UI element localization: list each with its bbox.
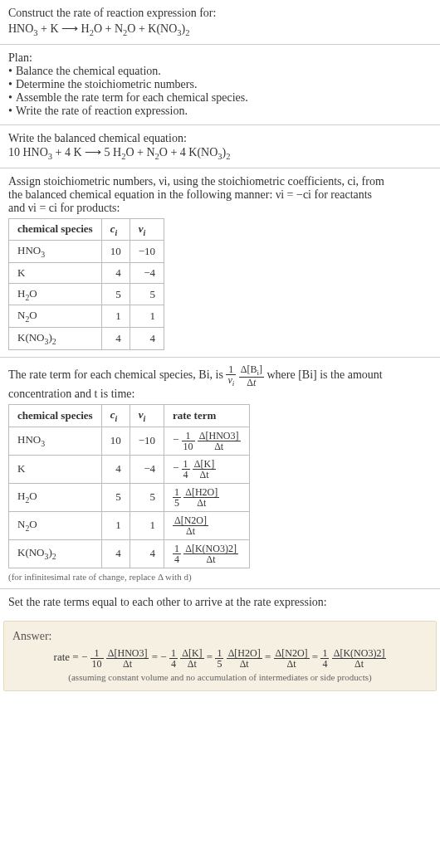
coef-frac: 110 [182,431,195,451]
delta-frac: Δ[H2O]Δt [183,487,219,508]
cell-species: K(NO3)2 [9,327,102,349]
cell-vi: 1 [130,305,164,328]
table-row: N2O 1 1 Δ[N2O]Δt [9,511,250,539]
plan-title: Plan: [8,51,432,65]
table-row: K(NO3)2 4 4 14 Δ[K(NO3)2]Δt [9,539,250,568]
delta-frac: Δ[K(NO3)2]Δt [332,648,387,669]
table-header-row: chemical species ci νi rate term [9,404,250,427]
cell-rateterm: 14 Δ[K(NO3)2]Δt [164,539,249,568]
table-row: K 4 −4 − 14 Δ[K]Δt [9,455,250,483]
cell-species: HNO3 [9,241,102,263]
assign-intro: Assign stoichiometric numbers, νi, using… [8,175,432,215]
answer-label: Answer: [12,630,428,643]
balanced-title: Write the balanced chemical equation: [8,132,432,145]
col-vi: νi [130,218,164,241]
cell-vi: 4 [130,539,164,568]
delta-frac: Δ[H2O]Δt [227,648,262,669]
cell-species: N2O [9,511,102,539]
rateterm-intro-line: where [Bi] is the amount [266,368,382,381]
col-species: chemical species [9,218,102,241]
cell-species: H2O [9,283,102,305]
coef-frac: 14 [182,459,190,480]
col-vi: νi [130,404,164,427]
cell-rateterm: Δ[N2O]Δt [164,511,249,539]
sign: − [173,461,178,474]
assign-intro-line: the balanced chemical equation in the fo… [8,188,372,201]
plan-section: Plan: Balance the chemical equation. Det… [0,45,440,125]
delta-frac: Δ[K]Δt [180,648,203,669]
unbalanced-equation: HNO3 + K ⟶ H2O + N2O + K(NO3)2 [8,22,432,37]
cell-ci: 10 [101,427,130,455]
sign: − [160,651,166,663]
answer-assumption: (assuming constant volume and no accumul… [12,672,428,682]
assign-intro-line: and νi = ci for products: [8,202,120,214]
table-row: K4−4 [9,262,164,283]
table-header-row: chemical species ci νi [9,218,164,241]
plan-item: Determine the stoichiometric numbers. [8,78,432,91]
plan-item: Write the rate of reaction expression. [8,105,432,118]
table-row: H2O 5 5 15 Δ[H2O]Δt [9,483,250,511]
cell-rateterm: 15 Δ[H2O]Δt [164,483,249,511]
rateterm-frac-2: Δ[Bi]Δt [239,364,264,388]
cell-vi: 4 [130,327,164,349]
cell-ci: 10 [101,241,130,263]
rateterm-note: (for infinitesimal rate of change, repla… [8,572,432,582]
plan-item: Balance the chemical equation. [8,65,432,78]
delta-frac: Δ[HNO3]Δt [106,648,149,669]
coef-frac: 15 [215,648,223,669]
plan-item-text: Balance the chemical equation. [16,65,161,78]
plan-item-text: Write the rate of reaction expression. [16,105,188,118]
coef-frac: 14 [169,648,178,669]
balanced-section: Write the balanced chemical equation: 10… [0,125,440,168]
assign-intro-line: Assign stoichiometric numbers, νi, using… [8,175,384,188]
final-section: Set the rate terms equal to each other t… [0,589,440,616]
cell-rateterm: − 14 Δ[K]Δt [164,455,249,483]
col-rateterm: rate term [164,404,249,427]
cell-ci: 4 [101,539,130,568]
delta-frac: Δ[N2O]Δt [173,515,208,536]
col-species: chemical species [9,404,102,427]
cell-ci: 1 [101,511,130,539]
delta-frac: Δ[N2O]Δt [274,648,310,669]
balanced-equation: 10 HNO3 + 4 K ⟶ 5 H2O + N2O + 4 K(NO3)2 [8,145,432,161]
construct-section: Construct the rate of reaction expressio… [0,0,440,45]
coef-frac: 110 [90,648,104,669]
plan-item: Assemble the rate term for each chemical… [8,91,432,105]
rateterm-intro: The rate term for each chemical species,… [8,364,432,401]
cell-species: H2O [9,483,102,511]
coef-frac: 14 [320,648,329,669]
rateterm-table: chemical species ci νi rate term HNO3 10… [8,404,250,568]
rate-prefix: rate = [54,651,79,663]
construct-prompt: Construct the rate of reaction expressio… [8,7,432,20]
table-row: N2O11 [9,305,164,328]
cell-ci: 4 [101,262,130,283]
cell-rateterm: − 110 Δ[HNO3]Δt [164,427,249,455]
table-row: HNO310−10 [9,241,164,263]
answer-box: Answer: rate = − 110 Δ[HNO3]Δt = − 14 Δ[… [3,621,437,691]
coef-frac: 15 [173,487,181,508]
cell-species: K(NO3)2 [9,539,102,568]
rate-expression: rate = − 110 Δ[HNO3]Δt = − 14 Δ[K]Δt = 1… [12,648,428,669]
rateterm-intro-line: The rate term for each chemical species,… [8,368,223,381]
plan-item-text: Determine the stoichiometric numbers. [16,78,198,91]
stoich-table: chemical species ci νi HNO310−10 K4−4 H2… [8,218,164,350]
cell-vi: −10 [130,427,164,455]
table-row: H2O55 [9,283,164,305]
col-ci: ci [101,404,130,427]
rateterm-intro-line: concentration and t is time: [8,388,134,400]
cell-vi: −10 [130,241,164,263]
delta-frac: Δ[K]Δt [193,459,216,480]
cell-species: K [9,262,102,283]
cell-ci: 5 [101,283,130,305]
cell-species: HNO3 [9,427,102,455]
rateterm-section: The rate term for each chemical species,… [0,358,440,589]
cell-vi: −4 [130,262,164,283]
cell-species: N2O [9,305,102,328]
plan-item-text: Assemble the rate term for each chemical… [16,91,248,105]
cell-ci: 5 [101,483,130,511]
cell-vi: 5 [130,283,164,305]
cell-vi: 5 [130,483,164,511]
table-row: HNO3 10 −10 − 110 Δ[HNO3]Δt [9,427,250,455]
cell-ci: 4 [101,455,130,483]
cell-ci: 4 [101,327,130,349]
